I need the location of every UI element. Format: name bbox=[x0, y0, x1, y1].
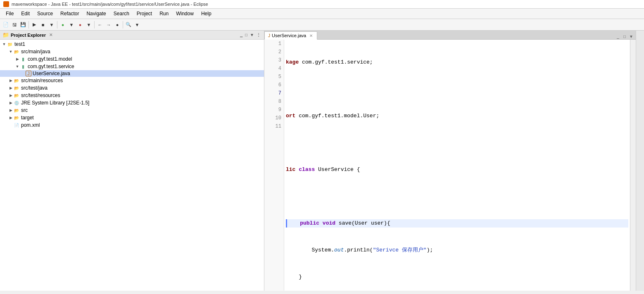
code-text: com.gyf.test1.service; bbox=[299, 58, 373, 66]
tree-arrow[interactable]: ▶ bbox=[8, 108, 13, 113]
tree-arrow[interactable]: ▼ bbox=[8, 49, 13, 54]
tree-label: com.gyf.test1.model bbox=[28, 56, 72, 62]
keyword-import: ort bbox=[286, 112, 295, 120]
tree-label: src/test/resources bbox=[21, 92, 60, 98]
toolbar-debug[interactable]: ▶ bbox=[30, 21, 38, 29]
line-num-2: 2 bbox=[264, 48, 281, 56]
sidebar-header-buttons: ⎯ □ ▼ ⋮ bbox=[239, 32, 261, 38]
line-num-11: 11 bbox=[264, 122, 281, 130]
tree-arrow[interactable]: ▼ bbox=[2, 42, 7, 47]
right-panel bbox=[636, 31, 644, 291]
editor-minimize-btn[interactable]: ⎯ bbox=[615, 33, 621, 39]
code-text bbox=[286, 192, 289, 201]
editor-area: J UserService.java ✕ ⎯ □ ▼ 1 2 3 4 5 6 7… bbox=[264, 31, 636, 291]
tree-arrow[interactable]: ▶ bbox=[8, 85, 13, 90]
tree-item-userservice[interactable]: J UserService.java bbox=[0, 70, 264, 77]
editor-scrollbar[interactable] bbox=[630, 40, 636, 291]
folder-icon: 📂 bbox=[13, 85, 20, 91]
code-text bbox=[286, 85, 289, 93]
code-text: com.gyf.test1.model.User; bbox=[295, 112, 379, 120]
folder-icon: 📂 bbox=[13, 48, 20, 55]
toolbar-prev[interactable]: ← bbox=[96, 21, 104, 29]
menu-run[interactable]: Run bbox=[156, 9, 172, 18]
toolbar-save-all[interactable]: 💾 bbox=[19, 21, 27, 29]
sidebar-collapse-btn[interactable]: ⋮ bbox=[256, 32, 261, 38]
tree-arrow[interactable]: ▼ bbox=[15, 64, 20, 69]
xml-file-icon: 📄 bbox=[13, 122, 20, 128]
menu-file[interactable]: File bbox=[2, 9, 17, 18]
toolbar-cov-dropdown[interactable]: ▼ bbox=[85, 21, 93, 29]
code-text bbox=[287, 219, 300, 228]
toolbar-sep-2 bbox=[57, 21, 57, 28]
editor-tab-userservice[interactable]: J UserService.java ✕ bbox=[264, 31, 317, 40]
sidebar-minimize-btn[interactable]: ⎯ bbox=[239, 32, 243, 38]
tree-item-src[interactable]: ▶ 📂 src bbox=[0, 107, 264, 114]
tree-item-model-package[interactable]: ▶ ▮ com.gyf.test1.model bbox=[0, 55, 264, 63]
menu-window[interactable]: Window bbox=[173, 9, 197, 18]
code-text bbox=[295, 166, 299, 174]
toolbar-run-dropdown[interactable]: ▼ bbox=[67, 21, 76, 29]
sidebar-header-title-group: 📁 Project Explorer ✕ bbox=[2, 32, 52, 38]
code-editor[interactable]: 1 2 3 4 5 6 7 8 9 10 11 kage com.gyf.tes… bbox=[264, 40, 636, 291]
tree-label: src/main/resources bbox=[21, 78, 63, 83]
toolbar-next[interactable]: → bbox=[105, 21, 113, 29]
toolbar-search-dropdown[interactable]: ▼ bbox=[133, 21, 141, 29]
code-content[interactable]: kage com.gyf.test1.service; ort com.gyf.… bbox=[284, 40, 630, 291]
menu-help[interactable]: Help bbox=[198, 9, 215, 18]
line-num-8: 8 bbox=[264, 97, 281, 106]
tree-label: target bbox=[21, 115, 34, 121]
sidebar-close-icon[interactable]: ✕ bbox=[49, 33, 52, 37]
code-line-5: lic class UserService { bbox=[286, 166, 628, 174]
toolbar-save[interactable]: 🖫 bbox=[10, 21, 19, 29]
line-num-10: 10 bbox=[264, 114, 281, 122]
toolbar-sep-3 bbox=[94, 21, 95, 28]
toolbar-new[interactable]: 📄 bbox=[2, 21, 10, 29]
menu-source[interactable]: Source bbox=[34, 9, 56, 18]
tree-item-src-test-java[interactable]: ▶ 📂 src/test/java bbox=[0, 84, 264, 92]
line-numbers: 1 2 3 4 5 6 7 8 9 10 11 bbox=[264, 40, 284, 291]
tree-label: UserService.java bbox=[33, 71, 70, 76]
toolbar-stop[interactable]: ■ bbox=[39, 21, 47, 29]
line-num-6: 6 bbox=[264, 81, 281, 89]
toolbar-coverage[interactable]: ● bbox=[76, 21, 84, 29]
tree-label: JRE System Library [J2SE-1.5] bbox=[21, 100, 89, 106]
menu-search[interactable]: Search bbox=[110, 9, 133, 18]
tree-arrow[interactable]: ▶ bbox=[8, 93, 13, 98]
tree-item-jre[interactable]: ▶ 💿 JRE System Library [J2SE-1.5] bbox=[0, 99, 264, 107]
tree-item-pom[interactable]: 📄 pom.xml bbox=[0, 121, 264, 129]
editor-view-btn[interactable]: ▼ bbox=[628, 33, 634, 39]
tree-item-src-test-resources[interactable]: ▶ 📂 src/test/resources bbox=[0, 92, 264, 99]
line-num-7: 7 bbox=[264, 89, 281, 97]
tree-item-src-main-java[interactable]: ▼ 📂 src/main/java bbox=[0, 48, 264, 55]
tree-arrow[interactable]: ▶ bbox=[15, 57, 20, 62]
tree-arrow[interactable]: ▶ bbox=[8, 100, 13, 105]
toolbar-search[interactable]: 🔍 bbox=[124, 21, 133, 29]
jre-icon: 💿 bbox=[13, 100, 20, 106]
toolbar-last-edit[interactable]: ● bbox=[113, 21, 121, 29]
editor-maximize-btn[interactable]: □ bbox=[622, 33, 627, 39]
sidebar-maximize-btn[interactable]: □ bbox=[244, 32, 248, 38]
tree-item-src-main-resources[interactable]: ▶ 📂 src/main/resources bbox=[0, 77, 264, 84]
editor-tabs: J UserService.java ✕ ⎯ □ ▼ bbox=[264, 31, 636, 40]
sidebar-view-menu-btn[interactable]: ▼ bbox=[249, 32, 255, 38]
code-line-6 bbox=[286, 192, 628, 201]
project-tree: ▼ 📁 test1 ▼ 📂 src/main/java ▶ ▮ com.gyf.… bbox=[0, 40, 264, 291]
tree-item-target[interactable]: ▶ 📂 target bbox=[0, 114, 264, 121]
tree-label: test1 bbox=[14, 41, 25, 47]
code-string: "Serivce 保存用户" bbox=[373, 246, 427, 254]
tree-item-test1[interactable]: ▼ 📁 test1 bbox=[0, 40, 264, 48]
menu-navigate[interactable]: Navigate bbox=[83, 9, 109, 18]
tab-file-icon: J bbox=[268, 33, 270, 38]
menu-refactor[interactable]: Refactor bbox=[57, 9, 82, 18]
tree-arrow[interactable]: ▶ bbox=[8, 78, 13, 83]
tree-arrow[interactable]: ▶ bbox=[8, 115, 13, 120]
toolbar-build[interactable]: ▼ bbox=[48, 21, 56, 29]
code-text: .println( bbox=[344, 246, 373, 254]
tree-item-service-package[interactable]: ▼ ▮ com.gyf.test1.service bbox=[0, 63, 264, 70]
toolbar-run[interactable]: ● bbox=[59, 21, 67, 29]
menu-edit[interactable]: Edit bbox=[18, 9, 33, 18]
keyword-class: class bbox=[299, 166, 315, 174]
tree-label: com.gyf.test1.service bbox=[28, 64, 74, 69]
menu-project[interactable]: Project bbox=[133, 9, 155, 18]
tab-close-btn[interactable]: ✕ bbox=[309, 33, 313, 38]
